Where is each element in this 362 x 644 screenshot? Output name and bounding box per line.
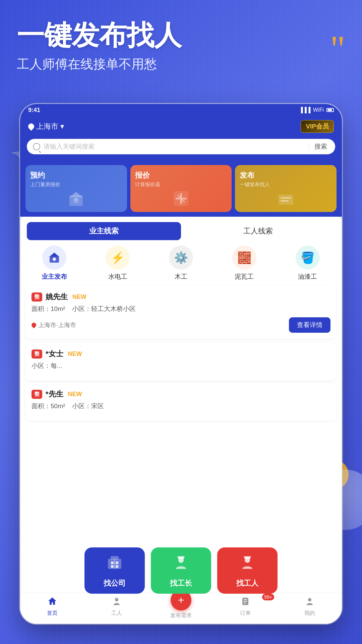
action-card-yuyue-icon [30, 189, 122, 208]
wifi-icon: WiFi [313, 107, 324, 113]
fab-find-worker[interactable]: 找工人 [217, 547, 278, 594]
category-painter-label: 油漆工 [298, 272, 317, 281]
status-icons: ▐▐▐ WiFi [299, 107, 334, 113]
action-card-yuyue[interactable]: 预约 上门量房报价 [25, 165, 127, 212]
location-button[interactable]: 上海市 ▾ [28, 121, 64, 131]
listing-2-tag: 整 [32, 390, 42, 399]
nav-mine-icon [305, 596, 314, 608]
category-carpenter-label: 木工 [175, 272, 187, 281]
fab-find-company[interactable]: 找公司 [84, 547, 145, 594]
svg-rect-18 [111, 561, 114, 564]
quick-actions: 预约 上门量房报价 报价 计算报价器 [20, 160, 342, 217]
listing-0-tag: 整 [32, 292, 42, 302]
fab-find-foreman-label: 找工长 [170, 578, 192, 588]
listing-card-2: 整 *先生 NEW 面积：50m² 小区：宋区 [25, 383, 337, 421]
category-mason-icon: 🧱 [232, 246, 256, 270]
action-card-fabu[interactable]: 发布 一键发布找人 [235, 165, 337, 212]
location-label: 上海市 [36, 121, 58, 131]
search-area: 请输入关键词搜索 搜索 [20, 139, 342, 160]
svg-marker-1 [69, 192, 83, 197]
battery-icon [326, 108, 334, 112]
vip-badge[interactable]: VIP会员 [301, 120, 334, 133]
search-bar[interactable]: 请输入关键词搜索 搜索 [27, 139, 335, 154]
svg-point-3 [75, 198, 77, 201]
action-card-baojia-title: 报价 [135, 170, 227, 180]
listing-0-location: 上海市·上海市 [32, 321, 76, 329]
listing-1-name: *女士 [46, 349, 63, 359]
find-foreman-icon [173, 554, 189, 574]
fab-find-foreman[interactable]: 找工长 [151, 547, 211, 594]
phone-inner: 9:41 ▐▐▐ WiFi 上海市 ▾ VIP会员 请输入关键词搜索 搜索 [20, 104, 342, 624]
listing-2-area: 面积：50m² [32, 402, 65, 410]
category-plumber-label: 水电工 [108, 272, 127, 281]
nav-worker-icon [112, 596, 121, 608]
nav-orders-icon [241, 596, 250, 608]
category-owner-publish[interactable]: 业主发布 [38, 246, 71, 281]
orders-notification-badge: 99+ [262, 594, 274, 600]
category-carpenter[interactable]: ⚙️ 木工 [164, 246, 198, 281]
status-time: 9:41 [28, 107, 40, 114]
svg-rect-19 [116, 561, 118, 564]
fab-find-worker-label: 找工人 [236, 578, 258, 588]
listing-0-location-text: 上海市·上海市 [38, 321, 76, 329]
category-painter[interactable]: 🪣 油漆工 [291, 246, 324, 281]
tab-owners[interactable]: 业主线索 [27, 222, 181, 240]
search-button[interactable]: 搜索 [312, 142, 329, 151]
nav-worker[interactable]: 工人 [84, 596, 149, 619]
action-card-baojia-sub: 计算报价器 [135, 181, 227, 188]
status-bar: 9:41 ▐▐▐ WiFi [20, 104, 342, 116]
listing-0-new-badge: NEW [72, 293, 86, 301]
listing-0-footer: 上海市·上海市 查看详情 [32, 317, 330, 333]
nav-mine[interactable]: 我的 [278, 596, 342, 619]
nav-publish[interactable]: + 发布需求 [149, 596, 213, 619]
signal-icon: ▐▐▐ [299, 107, 310, 113]
location-pin-icon [31, 322, 37, 328]
listing-0-detail-btn[interactable]: 查看详情 [289, 317, 330, 333]
listing-0-header: 整 姚先生 NEW [32, 292, 330, 302]
nav-orders[interactable]: 99+ 订单 [213, 596, 278, 619]
nav-publish-label: 发布需求 [170, 612, 192, 619]
listing-0-name: 姚先生 [46, 292, 68, 302]
action-card-yuyue-sub: 上门量房报价 [30, 181, 122, 188]
svg-rect-27 [244, 556, 251, 557]
nav-home-icon [48, 596, 57, 608]
action-card-baojia[interactable]: 报价 计算报价器 [130, 165, 232, 212]
svg-point-14 [53, 258, 55, 260]
location-dot-icon [27, 122, 35, 130]
tab-workers[interactable]: 工人线索 [181, 222, 335, 240]
header-area: 一键发布找人 " 工人师傅在线接单不用愁 [17, 20, 345, 73]
svg-rect-8 [279, 195, 293, 205]
svg-rect-30 [115, 598, 118, 599]
categories: 业主发布 ⚡ 水电工 ⚙️ 木工 🧱 [20, 240, 342, 284]
listing-2-new-badge: NEW [68, 391, 82, 398]
listing-2-name: *先生 [46, 389, 63, 399]
listing-2-detail: 面积：50m² 小区：宋区 [32, 402, 330, 411]
svg-marker-12 [50, 253, 59, 257]
nav-mine-label: 我的 [304, 610, 315, 617]
category-owner-publish-label: 业主发布 [42, 272, 67, 281]
category-carpenter-icon: ⚙️ [169, 246, 193, 270]
listing-0-community: 小区：轻工大木桥小区 [72, 305, 136, 312]
nav-home-label: 首页 [47, 610, 58, 617]
quote-mark: " [330, 30, 345, 67]
tabs-header: 业主线索 工人线索 [20, 217, 342, 240]
action-card-fabu-title: 发布 [240, 170, 332, 180]
listing-1-tag: 整 [32, 350, 42, 359]
search-placeholder: 请输入关键词搜索 [44, 142, 305, 151]
category-plumber-icon: ⚡ [106, 246, 130, 270]
action-card-fabu-sub: 一键发布找人 [240, 181, 332, 188]
listing-1-detail: 小区：每... [32, 362, 330, 370]
category-mason[interactable]: 🧱 泥瓦工 [228, 246, 261, 281]
fab-find-company-label: 找公司 [104, 578, 126, 588]
nav-home[interactable]: 首页 [20, 596, 84, 619]
find-worker-icon [239, 554, 256, 574]
svg-point-35 [308, 598, 311, 601]
action-card-yuyue-title: 预约 [30, 170, 122, 180]
nav-worker-label: 工人 [111, 610, 122, 617]
nav-orders-label: 订单 [240, 610, 251, 617]
listing-2-header: 整 *先生 NEW [32, 389, 330, 399]
category-plumber[interactable]: ⚡ 水电工 [101, 246, 134, 281]
action-card-fabu-icon [240, 189, 332, 208]
phone-mockup: 9:41 ▐▐▐ WiFi 上海市 ▾ VIP会员 请输入关键词搜索 搜索 [20, 104, 342, 624]
category-painter-icon: 🪣 [296, 246, 320, 270]
